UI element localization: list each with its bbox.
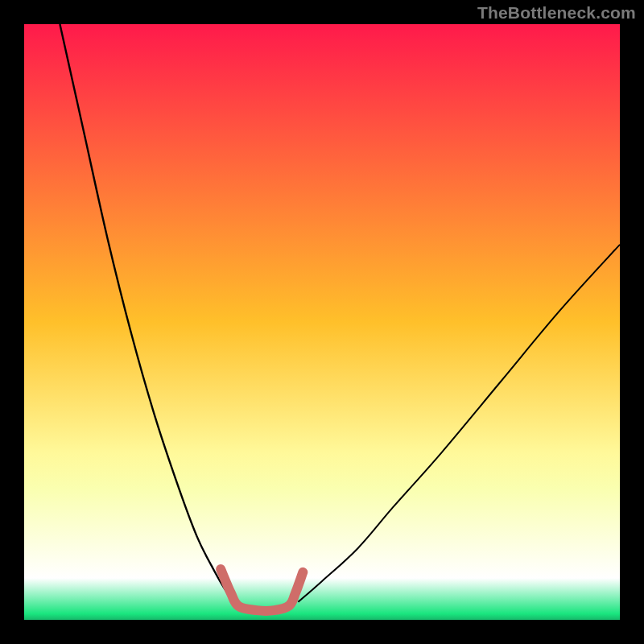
watermark-text: TheBottleneck.com [477,3,636,23]
gradient-background [24,24,620,620]
chart-frame [24,24,620,620]
chart-canvas [24,24,620,620]
